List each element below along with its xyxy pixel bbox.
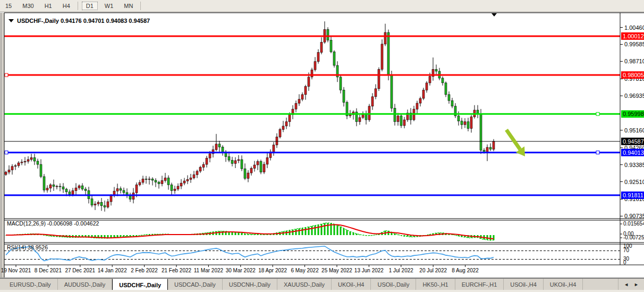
chart-tab-eurchf-h1[interactable]: EURCHF-,H1 [455,279,504,290]
hline-handle-right-0.94013[interactable] [596,151,599,154]
y-axis-label: 0.92510 [624,179,644,185]
chart-tab-ukoil-h4[interactable]: UKOil-,H4 [332,279,371,290]
x-axis-label: 8 Dec 2021 [35,268,62,273]
chart-title-ohlc: USDCHF-,Daily 0.94176 0.94701 0.94083 0.… [17,18,150,24]
x-axis-label: 27 Dec 2021 [65,268,95,273]
chart-canvas[interactable]: 1.004600.995850.987100.978100.969350.951… [0,0,644,292]
price-badge-0.94587: 0.94587 [623,138,644,145]
x-axis-label: 11 Mar 2022 [194,268,224,273]
chart-tab-eurusd-daily[interactable]: EURUSD-,Daily [3,279,58,290]
rsi-axis-label: 0 [623,260,626,265]
chart-tab-xauusd-daily[interactable]: XAUUSD-,Daily [277,279,332,290]
y-axis-label: 0.96935 [624,93,644,99]
chart-tab-hk50-h1[interactable]: HK50-,H1 [416,279,455,290]
rsi-axis-label: 70 [623,247,630,253]
x-axis-label: 25 May 2022 [321,268,352,273]
price-badge-0.95998: 0.95998 [623,111,644,117]
x-axis-label: 19 Nov 2021 [1,268,31,273]
chart-tab-usdcnh-daily[interactable]: USDCNH-,Daily [223,279,277,290]
price-badge-0.94013: 0.94013 [623,149,644,156]
tab-scroll-right-icon[interactable]: ► [634,282,639,287]
x-axis-label: 2 Feb 2022 [131,268,158,273]
price-badge-0.91811: 0.91811 [623,192,643,198]
chart-tab-bar: EURUSD-,DailyAUDUSD-,DailyUSDCHF-,DailyU… [0,278,644,290]
x-axis-label: 6 May 2022 [291,268,319,273]
y-axis-label: 0.95160 [624,127,644,134]
chart-tab-audusd-daily[interactable]: AUDUSD-,Daily [58,279,113,290]
macd-axis-label: -0.007259 [623,235,644,240]
price-badge-0.98005: 0.98005 [623,72,644,78]
x-axis-label: 1 Jul 2022 [389,268,414,273]
chart-tab-usdcad-daily[interactable]: USDCAD-,Daily [168,279,223,290]
y-axis-label: 1.00460 [624,24,644,31]
y-axis-label: 0.93385 [624,162,644,168]
window-left-frame [0,13,4,278]
x-axis-label: 30 Mar 2022 [226,268,256,273]
chart-tab-ukoil-h4[interactable]: UKOil-,H4 [544,279,583,290]
mt4-chart-window: 15M30H1H4D1W1MN 1.004600.995850.987100.9… [0,0,644,292]
x-axis-label: 18 Apr 2022 [258,268,287,273]
hline-handle-right-0.95998[interactable] [596,112,599,115]
hline-handle-left-0.94013[interactable] [5,151,8,154]
x-axis-label: 8 Aug 2022 [452,268,479,273]
chart-tab-usoil-h4[interactable]: USOil-,H4 [504,279,544,290]
tab-scroll-buttons: ◄► [618,279,644,290]
statusbar-strip [0,290,644,292]
x-axis-label: 14 Jan 2022 [98,268,127,273]
chart-tab-usdchf-daily[interactable]: USDCHF-,Daily [112,279,168,290]
macd-axis-label: 0.015654 [623,221,644,227]
hline-handle-left-0.98005[interactable] [5,73,8,77]
rsi-label: RSI(14) 38.9526 [7,244,48,251]
price-badge-1.00012: 1.00012 [623,33,644,39]
macd-label: MACD(12,26,9) -0.006098 -0.004622 [7,220,99,227]
tab-scroll-left-icon[interactable]: ◄ [624,282,629,287]
x-axis-label: 13 Jun 2022 [354,268,384,273]
x-axis-label: 21 Feb 2022 [162,268,192,273]
chart-tab-usoil-daily[interactable]: USOil-,Daily [371,279,416,290]
x-axis-label: 20 Jul 2022 [419,268,447,273]
y-axis-label: 0.99585 [624,41,644,47]
y-axis-label: 0.98710 [624,58,644,64]
